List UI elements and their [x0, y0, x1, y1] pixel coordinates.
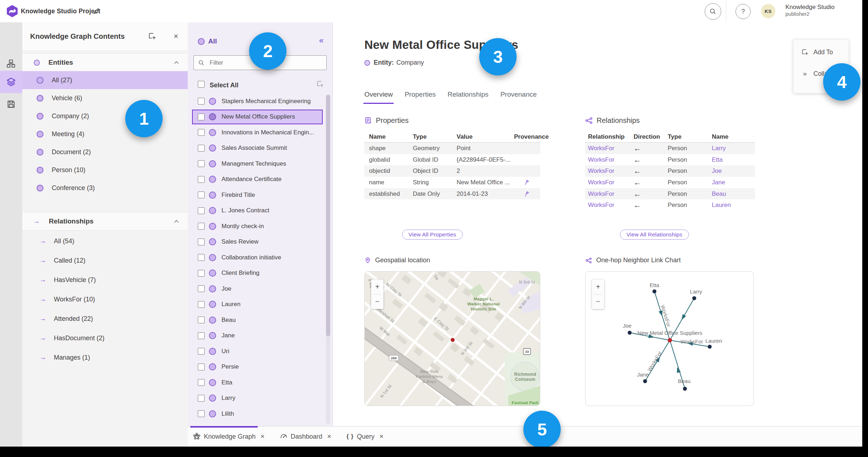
relationship-row[interactable]: WorksFor ← Person Lauren — [585, 199, 755, 211]
collapse-panel-icon[interactable]: « — [319, 36, 323, 45]
relationship-row[interactable]: WorksFor ← Person Jane — [585, 177, 755, 188]
entity-checkbox[interactable] — [198, 129, 205, 136]
zoom-out-button[interactable]: − — [371, 295, 383, 309]
related-entity-link[interactable]: Etta — [712, 156, 755, 163]
entity-type-item[interactable]: Document (2) — [22, 143, 188, 161]
entity-checkbox[interactable] — [198, 207, 205, 214]
entity-list-item[interactable]: Lauren — [188, 297, 332, 313]
save-button[interactable] — [0, 93, 22, 115]
entity-list-item[interactable]: Firebird Title — [188, 187, 332, 203]
relationship-row[interactable]: WorksFor ← Person Beau — [585, 188, 755, 200]
provenance-flag-icon[interactable] — [514, 191, 545, 197]
entity-list-item[interactable]: Montly check-in — [188, 218, 332, 234]
avatar[interactable]: KS — [761, 4, 775, 18]
entity-checkbox[interactable] — [198, 348, 205, 355]
entity-checkbox[interactable] — [198, 145, 205, 152]
center-entity-node[interactable] — [668, 338, 672, 342]
entity-list-item[interactable]: Sales Associate Summit — [188, 140, 332, 156]
zoom-in-button[interactable]: + — [371, 280, 383, 294]
entity-checkbox[interactable] — [198, 364, 205, 370]
close-panel-button[interactable]: ✕ — [171, 32, 181, 41]
relationship-link[interactable]: WorksFor — [588, 179, 634, 186]
view-all-properties-button[interactable]: View All Properties — [402, 230, 463, 240]
related-entity-link[interactable]: Lauren — [712, 202, 755, 209]
relationship-row[interactable]: WorksFor ← Person Larry — [585, 143, 755, 154]
entity-list-item[interactable]: Larry — [188, 391, 332, 406]
entity-type-item[interactable]: Meeting (4) — [22, 125, 188, 143]
entity-type-item[interactable]: Person (10) — [22, 161, 188, 179]
view-all-relationships-button[interactable]: View All Relationships — [620, 230, 689, 240]
entity-type-item[interactable]: Conference (3) — [22, 179, 188, 197]
entity-checkbox[interactable] — [198, 223, 205, 230]
relationship-row[interactable]: WorksFor ← Person Etta — [585, 154, 755, 166]
relationship-link[interactable]: WorksFor — [588, 156, 634, 163]
person-node[interactable] — [692, 296, 696, 300]
scrollbar-thumb[interactable] — [326, 95, 330, 336]
entity-type-item[interactable]: All (27) — [22, 71, 188, 89]
expand-rail-button[interactable]: » — [0, 446, 22, 447]
tab-knowledge-graph[interactable]: Knowledge Graph ✕ — [193, 433, 265, 440]
person-node[interactable] — [653, 290, 657, 294]
search-button[interactable] — [705, 3, 721, 20]
browser-filter-title[interactable]: All — [208, 37, 217, 45]
relationship-link[interactable]: WorksFor — [588, 190, 634, 198]
property-row[interactable]: objectid Object ID 2 — [364, 165, 540, 177]
entity-list-item[interactable]: Uri — [188, 343, 332, 359]
entity-list-item[interactable]: Sales Review — [188, 234, 332, 250]
entity-list-item[interactable]: Etta — [188, 375, 332, 391]
detail-tab[interactable]: Provenance — [500, 91, 537, 104]
entity-checkbox[interactable] — [198, 395, 205, 402]
relationship-row[interactable]: WorksFor ← Person Joe — [585, 165, 755, 177]
entity-checkbox[interactable] — [198, 160, 205, 167]
entity-checkbox[interactable] — [198, 176, 205, 183]
map-view[interactable]: 250 33 k Rd W Clay St Sa N 3rd St N 4th … — [364, 271, 540, 406]
relationship-type-item[interactable]: → Attended (22) — [22, 309, 188, 328]
entity-list-item[interactable]: Persie — [188, 359, 332, 375]
knowledge-studio-logo-icon[interactable] — [6, 5, 19, 18]
entity-list-item[interactable]: Jane — [188, 328, 332, 344]
close-tab-icon[interactable]: ✕ — [260, 433, 265, 440]
detail-tab[interactable]: Properties — [405, 91, 436, 104]
relationship-link[interactable]: WorksFor — [588, 145, 634, 152]
entity-list-item[interactable]: Joe — [188, 281, 332, 297]
entity-checkbox[interactable] — [198, 191, 205, 198]
entity-type-item[interactable]: Company (2) — [22, 107, 188, 125]
link-chart-view[interactable]: WorksFor WorksFor WorksFor Etta Larry Jo… — [585, 271, 754, 406]
entity-checkbox[interactable] — [198, 270, 205, 277]
person-node[interactable] — [708, 345, 712, 349]
add-to-map-icon[interactable] — [148, 32, 157, 41]
person-node[interactable] — [643, 379, 647, 383]
entity-list-item[interactable]: Beau — [188, 312, 332, 328]
property-row[interactable]: name String New Metal Office ... — [364, 177, 540, 188]
entity-checkbox[interactable] — [198, 379, 205, 386]
entity-list-item[interactable]: Lilith — [188, 406, 332, 422]
close-tab-icon[interactable]: ✕ — [379, 433, 384, 440]
zoom-in-button[interactable]: + — [592, 280, 604, 294]
related-entity-link[interactable]: Joe — [712, 167, 755, 175]
property-row[interactable]: established Date Only 2014-01-23 — [364, 188, 540, 200]
entity-list-item[interactable]: Collaboration initiative — [188, 250, 332, 266]
entity-list-item[interactable]: L. Jones Contract — [188, 203, 332, 219]
detail-tab[interactable]: Overview — [364, 91, 393, 104]
zoom-out-button[interactable]: − — [592, 295, 604, 309]
person-node[interactable] — [628, 331, 632, 335]
relationship-type-item[interactable]: → Manages (1) — [22, 348, 188, 367]
provenance-flag-icon[interactable] — [514, 179, 545, 185]
user-block[interactable]: Knowledge Studio publisher2 — [785, 3, 835, 17]
relationship-type-item[interactable]: → WorksFor (10) — [22, 290, 188, 309]
add-to-map-icon[interactable] — [316, 80, 324, 88]
entity-list-item[interactable]: Staplers Mechanical Engineering — [188, 93, 332, 109]
relationship-type-item[interactable]: → HasVehicle (7) — [22, 270, 188, 290]
relationship-link[interactable]: WorksFor — [588, 202, 634, 209]
entity-checkbox[interactable] — [198, 332, 205, 339]
entity-list-item[interactable]: Attendance Certificate — [188, 172, 332, 188]
entity-checkbox[interactable] — [198, 410, 205, 417]
entity-checkbox[interactable] — [198, 317, 205, 323]
entity-checkbox[interactable] — [198, 239, 205, 245]
entity-checkbox[interactable] — [198, 98, 205, 105]
relationship-type-item[interactable]: → HasDocument (2) — [22, 328, 188, 348]
relationship-type-item[interactable]: → Called (12) — [22, 251, 188, 270]
tab-dashboard[interactable]: Dashboard ✕ — [280, 433, 332, 440]
entity-checkbox[interactable] — [198, 301, 205, 308]
select-all-checkbox[interactable] — [198, 81, 205, 88]
